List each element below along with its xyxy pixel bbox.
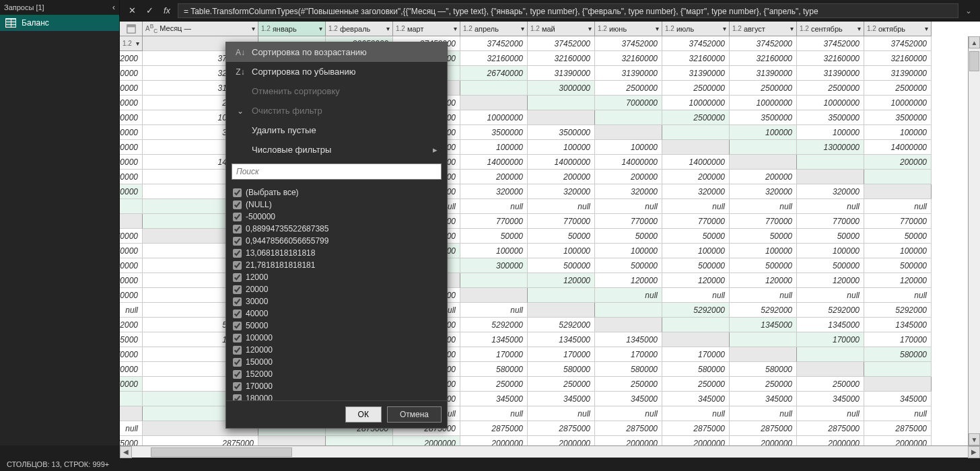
grid-cell[interactable]: 37452000 xyxy=(730,36,797,51)
grid-cell[interactable]: 120000 xyxy=(662,273,730,288)
grid-cell[interactable]: 50000 xyxy=(528,229,595,244)
grid-cell[interactable] xyxy=(120,392,143,406)
filter-checkbox[interactable] xyxy=(233,213,242,221)
grid-cell[interactable]: null xyxy=(595,199,662,214)
row-number[interactable] xyxy=(797,362,864,377)
grid-cell[interactable]: 37452000 xyxy=(595,36,662,51)
filter-value-item[interactable]: 152000 xyxy=(233,368,444,380)
grid-cell[interactable]: 770000 xyxy=(797,214,864,229)
grid-cell[interactable]: 5292000 xyxy=(460,318,528,332)
column-header[interactable]: 1.2июнь▾ xyxy=(595,22,662,36)
grid-cell[interactable]: 770000 xyxy=(595,214,662,229)
filter-value-item[interactable]: 0,94478566056655799 xyxy=(233,235,444,247)
grid-cell[interactable]: 14000000 xyxy=(864,140,932,155)
grid-cell[interactable] xyxy=(528,288,595,303)
filter-value-item[interactable]: (Выбрать все) xyxy=(233,186,444,198)
vertical-scrollbar[interactable]: ▲ ▼ xyxy=(968,36,980,445)
grid-cell[interactable]: 31390000 xyxy=(120,81,143,96)
grid-cell[interactable] xyxy=(460,81,528,96)
grid-cell[interactable]: 50000 xyxy=(120,244,143,258)
grid-cell[interactable]: 250000 xyxy=(120,377,143,392)
grid-cell[interactable]: 170000 xyxy=(797,332,864,347)
grid-cell[interactable]: 5292000 xyxy=(730,303,797,318)
grid-cell[interactable]: 345000 xyxy=(460,392,528,406)
grid-cell[interactable]: 2000000 xyxy=(662,436,730,445)
filter-checkbox[interactable] xyxy=(233,249,242,258)
grid-cell[interactable]: 10000000 xyxy=(797,96,864,110)
grid-cell[interactable]: 250000 xyxy=(528,377,595,392)
filter-value-item[interactable]: -500000 xyxy=(233,211,444,223)
row-number[interactable] xyxy=(662,140,730,155)
filter-checkbox[interactable] xyxy=(233,297,242,306)
grid-cell[interactable]: 31390000 xyxy=(797,66,864,81)
filter-checkbox[interactable] xyxy=(233,310,242,318)
grid-cell[interactable]: 2875000 xyxy=(595,421,662,436)
scroll-left-icon[interactable]: ◀ xyxy=(120,446,132,458)
grid-cell[interactable]: 200000 xyxy=(595,170,662,184)
grid-cell[interactable]: 5292000 xyxy=(797,303,864,318)
filter-checkbox[interactable] xyxy=(233,346,242,355)
grid-cell[interactable]: 320000 xyxy=(730,184,797,199)
column-header[interactable]: 1.2август▾ xyxy=(730,22,797,36)
grid-cell[interactable]: 3500000 xyxy=(864,110,932,125)
grid-cell[interactable]: 50000 xyxy=(662,229,730,244)
apply-formula-icon[interactable]: ✓ xyxy=(143,4,156,17)
grid-cell[interactable]: null xyxy=(864,288,932,303)
number-filters[interactable]: Числовые фильтры ▸ xyxy=(226,140,447,159)
grid-cell[interactable]: 120000 xyxy=(864,273,932,288)
grid-cell[interactable]: null xyxy=(120,303,143,318)
grid-cell[interactable]: 200000 xyxy=(528,170,595,184)
grid-cell[interactable]: null xyxy=(730,199,797,214)
grid-cell[interactable]: 2500000 xyxy=(797,81,864,96)
grid-cell[interactable]: 2875000 xyxy=(730,421,797,436)
filter-cancel-button[interactable]: Отмена xyxy=(387,406,442,423)
grid-cell[interactable]: 5292000 xyxy=(662,303,730,318)
grid-cell[interactable]: 2875000 xyxy=(460,421,528,436)
column-dropdown-icon[interactable]: ▾ xyxy=(252,25,255,32)
grid-cell[interactable]: 3500000 xyxy=(730,110,797,125)
grid-cell[interactable]: 3500000 xyxy=(460,125,528,140)
grid-cell[interactable]: null xyxy=(662,406,730,421)
grid-cell[interactable]: 170000 xyxy=(528,347,595,362)
column-header[interactable]: 1.2сентябрь▾ xyxy=(797,22,864,36)
grid-cell[interactable]: 320000 xyxy=(120,184,143,199)
grid-cell[interactable]: 770000 xyxy=(864,214,932,229)
filter-checkbox[interactable] xyxy=(233,382,242,391)
grid-cell[interactable]: 26740000 xyxy=(460,66,528,81)
grid-cell[interactable]: 5292000 xyxy=(528,318,595,332)
grid-cell[interactable]: 580000 xyxy=(595,362,662,377)
grid-cell[interactable] xyxy=(460,273,528,288)
grid-cell[interactable]: 320000 xyxy=(662,184,730,199)
row-number[interactable] xyxy=(797,170,864,184)
column-dropdown-icon[interactable]: ▾ xyxy=(790,25,794,32)
filter-value-item[interactable]: 100000 xyxy=(233,332,444,344)
grid-cell[interactable]: 100000 xyxy=(120,140,143,155)
grid-cell[interactable]: 13000000 xyxy=(797,140,864,155)
filter-value-item[interactable]: 21,7818181818181 xyxy=(233,259,444,271)
expand-formula-icon[interactable]: ⌄ xyxy=(963,6,975,15)
grid-cell[interactable]: 2000000 xyxy=(460,436,528,445)
grid-cell[interactable]: 2875000 xyxy=(143,436,258,445)
grid-cell[interactable]: 300000 xyxy=(460,258,528,273)
grid-cell[interactable]: 2500000 xyxy=(595,81,662,96)
grid-cell[interactable]: 770000 xyxy=(662,214,730,229)
grid-cell[interactable]: 100000 xyxy=(864,244,932,258)
grid-cell[interactable]: 2000000 xyxy=(864,436,932,445)
sort-ascending[interactable]: A↓ Сортировка по возрастанию xyxy=(226,42,447,62)
grid-cell[interactable]: 770000 xyxy=(120,229,143,244)
grid-cell[interactable]: 37452000 xyxy=(528,36,595,51)
grid-cell[interactable]: 32160000 xyxy=(460,51,528,66)
grid-cell[interactable]: 250000 xyxy=(595,377,662,392)
grid-cell[interactable]: 7000000 xyxy=(595,96,662,110)
column-header[interactable]: ABCМесяц —▾ xyxy=(143,22,258,36)
grid-cell[interactable]: 50000 xyxy=(797,229,864,244)
grid-cell[interactable]: 770000 xyxy=(528,214,595,229)
grid-cell[interactable]: 580000 xyxy=(864,347,932,362)
filter-search-input[interactable] xyxy=(232,164,442,180)
column-header[interactable]: 1.2май▾ xyxy=(528,22,595,36)
grid-cell[interactable]: null xyxy=(797,406,864,421)
grid-cell[interactable]: 500000 xyxy=(595,258,662,273)
grid-cell[interactable] xyxy=(662,125,730,140)
grid-cell[interactable]: 10000000 xyxy=(460,110,528,125)
grid-cell[interactable]: 100000 xyxy=(662,244,730,258)
